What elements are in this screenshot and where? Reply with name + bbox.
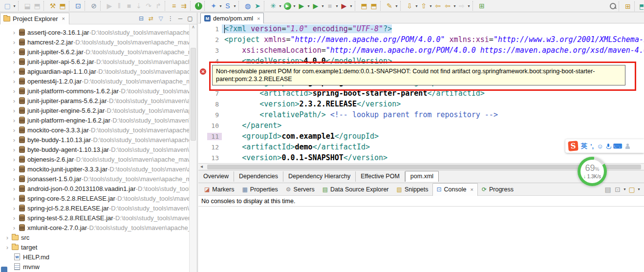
- run-on-server-icon[interactable]: ➤: [253, 1, 262, 10]
- tree-item-apiguardian-api-1.1.0.jar[interactable]: ›apiguardian-api-1.1.0.jar - D:\tools\st…: [0, 66, 189, 76]
- stop-icon[interactable]: ■: [325, 1, 334, 10]
- code-line-2[interactable]: 2<project xmlns="http://maven.apache.org…: [198, 34, 644, 45]
- new-wizard-icon[interactable]: ▢: [3, 1, 12, 10]
- expand-icon[interactable]: ›: [11, 136, 18, 144]
- code-line-9[interactable]: 9 <relativePath/> <!-- lookup parent fro…: [198, 109, 644, 120]
- new-server-dropdown-icon[interactable]: ▾: [218, 4, 223, 8]
- tree-item-hamcrest-2.2.jar[interactable]: ›hamcrest-2.2.jar - D:\tools\study_tools…: [0, 37, 189, 47]
- project-explorer-scrollbar[interactable]: ∧: [189, 24, 197, 272]
- expand-icon[interactable]: ›: [11, 78, 18, 85]
- tree-item-target[interactable]: ›target: [0, 242, 189, 252]
- stop-dropdown-icon[interactable]: ▾: [335, 4, 339, 8]
- expand-icon[interactable]: ›: [11, 48, 18, 56]
- punctuation-toggle-icon[interactable]: ’,: [590, 143, 594, 150]
- tree-item-mvnw[interactable]: mvnw: [0, 262, 189, 272]
- tree-item-junit-jupiter-5.6.2.jar[interactable]: ›junit-jupiter-5.6.2.jar - D:\tools\stud…: [0, 47, 189, 57]
- tree-item-mockito-core-3.3.3.jar[interactable]: ›mockito-core-3.3.3.jar - D:\tools\study…: [0, 125, 189, 135]
- tree-item-HELP.md[interactable]: wHELP.md: [0, 252, 189, 262]
- suspend-icon[interactable]: ‖: [115, 1, 124, 10]
- run-dropdown-icon[interactable]: ▾: [292, 4, 297, 8]
- tree-item-junit-jupiter-engine-5.6.2.jar[interactable]: ›junit-jupiter-engine-5.6.2.jar - D:\too…: [0, 105, 189, 115]
- back-icon[interactable]: ⇦: [443, 1, 452, 10]
- web-browser-icon[interactable]: ◍: [243, 1, 252, 10]
- next-annotation-dropdown-icon[interactable]: ▾: [414, 4, 419, 8]
- account-icon[interactable]: [625, 144, 630, 149]
- spring-starter-project-icon[interactable]: S: [223, 1, 232, 10]
- pom-page-tab-dependency-hierarchy[interactable]: Dependency Hierarchy: [283, 171, 356, 182]
- voice-input-icon[interactable]: [606, 144, 610, 149]
- tree-item-spring-test-5.2.8.RELEASE.jar[interactable]: ›spring-test-5.2.8.RELEASE.jar - D:\tool…: [0, 213, 189, 223]
- panel-tab-data-source-explorer[interactable]: ▤Data Source Explorer: [319, 183, 393, 196]
- panel-tab-snippets[interactable]: ▧Snippets: [393, 183, 432, 196]
- code-line-1[interactable]: 1<?xml version="1.0" encoding="UTF-8"?>: [198, 23, 644, 34]
- tree-item-objenesis-2.6.jar[interactable]: ›objenesis-2.6.jar - D:\tools\study_tool…: [0, 154, 189, 164]
- scroll-left-icon[interactable]: ◂: [200, 164, 203, 169]
- back-dropdown-icon[interactable]: ▾: [452, 4, 457, 8]
- expand-icon[interactable]: ›: [11, 39, 18, 46]
- open-folder-icon[interactable]: ⬒: [369, 1, 378, 10]
- code-line-3[interactable]: 3 xsi:schemaLocation="http://maven.apach…: [198, 45, 644, 56]
- panel-tab-servers[interactable]: ⚙Servers: [282, 183, 319, 196]
- tree-item-xmlunit-core-2.7.0.jar[interactable]: ›xmlunit-core-2.7.0.jar - D:\tools\study…: [0, 223, 189, 232]
- terminate-icon[interactable]: ■: [125, 1, 133, 10]
- debug-dropdown-icon[interactable]: ▾: [278, 4, 282, 8]
- maximize-icon[interactable]: ▢: [186, 14, 194, 23]
- save-icon[interactable]: ⬓: [23, 1, 32, 10]
- tree-item-junit-jupiter-api-5.6.2.jar[interactable]: ›junit-jupiter-api-5.6.2.jar - D:\tools\…: [0, 57, 189, 66]
- expand-icon[interactable]: ›: [11, 224, 18, 231]
- close-editor-icon[interactable]: ×: [257, 16, 260, 21]
- profile-icon[interactable]: ▶: [311, 1, 320, 10]
- expand-icon[interactable]: ›: [11, 166, 18, 173]
- pom-page-tab-dependencies[interactable]: Dependencies: [234, 171, 283, 182]
- expand-icon[interactable]: ›: [11, 175, 18, 183]
- new-server-icon[interactable]: ✦: [209, 1, 218, 10]
- scrollbar-thumb[interactable]: [191, 48, 196, 141]
- coverage-icon[interactable]: ▶: [297, 1, 306, 10]
- tree-item-opentest4j-1.2.0.jar[interactable]: ›opentest4j-1.2.0.jar - D:\tools\study_t…: [0, 76, 189, 86]
- tree-item-junit-platform-engine-1.6.2.jar[interactable]: ›junit-platform-engine-1.6.2.jar - D:\to…: [0, 115, 189, 125]
- tree-item-junit-platform-commons-1.6.2.jar[interactable]: ›junit-platform-commons-1.6.2.jar - D:\t…: [0, 86, 189, 96]
- prev-annotation-icon[interactable]: ⇧: [419, 1, 428, 10]
- expand-icon[interactable]: ›: [11, 68, 18, 75]
- step-into-icon[interactable]: ⇣: [134, 1, 143, 10]
- open-console-new-dropdown-icon[interactable]: ▾: [637, 187, 641, 191]
- close-console-icon[interactable]: ×: [470, 187, 473, 192]
- run-history-icon[interactable]: ≡: [170, 1, 178, 10]
- pom-page-tab-overview[interactable]: Overview: [198, 171, 234, 182]
- collapse-all-icon[interactable]: ⊟: [137, 14, 146, 23]
- pin-icon[interactable]: ⊘: [89, 1, 98, 10]
- editor-tab-pom-xml[interactable]: M demo/pom.xml ×: [200, 13, 264, 23]
- tree-item-junit-jupiter-params-5.6.2.jar[interactable]: ›junit-jupiter-params-5.6.2.jar - D:\too…: [0, 96, 189, 105]
- tree-item-mockito-junit-jupiter-3.3.3.jar[interactable]: ›mockito-junit-jupiter-3.3.3.jar - D:\to…: [0, 164, 189, 174]
- hscrollbar-thumb[interactable]: [207, 165, 641, 169]
- next-annotation-icon[interactable]: ⇩: [405, 1, 414, 10]
- last-edit-location-icon[interactable]: ⇦: [433, 1, 442, 10]
- panel-tab-progress[interactable]: ⟳Progress: [478, 183, 517, 196]
- error-marker-icon[interactable]: ✕: [200, 68, 206, 75]
- tree-item-byte-buddy-1.10.13.jar[interactable]: ›byte-buddy-1.10.13.jar - D:\tools\study…: [0, 135, 189, 145]
- prev-annotation-dropdown-icon[interactable]: ▾: [429, 4, 433, 8]
- expand-icon[interactable]: ›: [11, 117, 18, 124]
- project-explorer-tab[interactable]: Project Explorer ×: [0, 13, 69, 24]
- link-with-editor-icon[interactable]: ⇄: [147, 14, 155, 23]
- expand-icon[interactable]: ›: [11, 29, 18, 36]
- close-view-icon[interactable]: ×: [62, 16, 64, 21]
- pom-page-tab-pom-xml[interactable]: pom.xml: [405, 171, 439, 182]
- expand-icon[interactable]: ›: [11, 195, 18, 202]
- expand-icon[interactable]: ›: [11, 58, 18, 65]
- open-console-new-icon[interactable]: ▢: [627, 185, 636, 194]
- forward-dropdown-icon[interactable]: ▾: [467, 4, 471, 8]
- pom-page-tab-effective-pom[interactable]: Effective POM: [356, 171, 405, 182]
- relaunch-icon[interactable]: ▶: [340, 1, 348, 10]
- relaunch-dropdown-icon[interactable]: ▾: [349, 4, 353, 8]
- tree-item-android-json-0.0.20131108.vaadin1.jar[interactable]: ›android-json-0.0.20131108.vaadin1.jar -…: [0, 184, 189, 193]
- new-wizard-dropdown-icon[interactable]: ▾: [12, 4, 17, 8]
- format-icon[interactable]: ✎: [385, 1, 394, 10]
- expand-icon[interactable]: ›: [11, 185, 18, 192]
- expand-icon[interactable]: ›: [4, 234, 11, 241]
- panel-tab-console[interactable]: ⊡Console×: [432, 183, 478, 196]
- export-jar-icon[interactable]: ⬒: [58, 1, 67, 10]
- language-toggle-icon[interactable]: 英: [581, 142, 587, 150]
- download-progress-badge[interactable]: 69% ↓ 1.3K/s: [578, 157, 607, 186]
- tree-item-spring-jcl-5.2.8.RELEASE.jar[interactable]: ›spring-jcl-5.2.8.RELEASE.jar - D:\tools…: [0, 203, 189, 213]
